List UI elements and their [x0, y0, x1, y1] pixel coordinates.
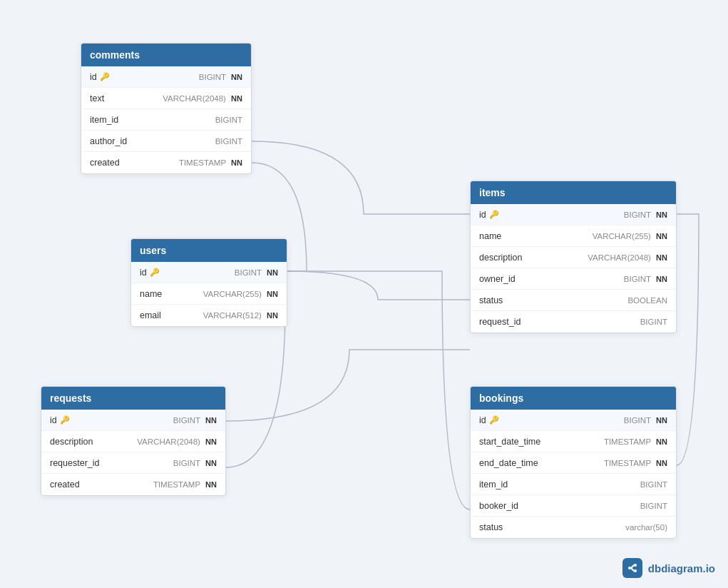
- table-row: created TIMESTAMP NN: [41, 474, 225, 495]
- table-row: id 🔑 BIGINT NN: [131, 262, 287, 283]
- table-row: request_id BIGINT: [471, 311, 676, 333]
- table-row: text VARCHAR(2048) NN: [81, 88, 251, 109]
- table-comments: comments id 🔑 BIGINT NN text VARCHAR(204…: [81, 43, 252, 174]
- table-row: start_date_time TIMESTAMP NN: [471, 431, 676, 452]
- table-row: name VARCHAR(255) NN: [131, 283, 287, 305]
- table-row: id 🔑 BIGINT NN: [81, 66, 251, 88]
- table-row: booker_id BIGINT: [471, 495, 676, 517]
- table-row: owner_id BIGINT NN: [471, 268, 676, 290]
- table-row: item_id BIGINT: [471, 474, 676, 495]
- table-users: users id 🔑 BIGINT NN name VARCHAR(255) N…: [130, 238, 287, 327]
- table-row: status BOOLEAN: [471, 290, 676, 311]
- brand-label: dbdiagram.io: [648, 562, 715, 574]
- table-row: description VARCHAR(2048) NN: [41, 431, 225, 452]
- table-items: items id 🔑 BIGINT NN name VARCHAR(255) N…: [470, 181, 677, 333]
- brand: dbdiagram.io: [622, 558, 715, 578]
- key-icon: 🔑: [60, 415, 70, 425]
- table-header-requests: requests: [41, 387, 225, 410]
- table-row: id 🔑 BIGINT NN: [41, 410, 225, 431]
- table-row: email VARCHAR(512) NN: [131, 305, 287, 326]
- table-header-items: items: [471, 181, 676, 204]
- table-row: end_date_time TIMESTAMP NN: [471, 452, 676, 474]
- diagram-canvas: comments id 🔑 BIGINT NN text VARCHAR(204…: [0, 0, 728, 588]
- table-row: requester_id BIGINT NN: [41, 452, 225, 474]
- table-row: author_id BIGINT: [81, 131, 251, 152]
- table-row: created TIMESTAMP NN: [81, 152, 251, 173]
- table-header-users: users: [131, 239, 287, 262]
- table-row: name VARCHAR(255) NN: [471, 225, 676, 247]
- table-row: id 🔑 BIGINT NN: [471, 204, 676, 225]
- table-header-bookings: bookings: [471, 387, 676, 410]
- key-icon: 🔑: [150, 268, 160, 277]
- key-icon: 🔑: [100, 72, 110, 81]
- table-row: status varchar(50): [471, 517, 676, 538]
- table-bookings: bookings id 🔑 BIGINT NN start_date_time …: [470, 386, 677, 539]
- table-row: description VARCHAR(2048) NN: [471, 247, 676, 268]
- key-icon: 🔑: [489, 210, 499, 219]
- brand-icon: [622, 558, 642, 578]
- key-icon: 🔑: [489, 415, 499, 425]
- table-requests: requests id 🔑 BIGINT NN description VARC…: [41, 386, 226, 496]
- table-row: item_id BIGINT: [81, 109, 251, 131]
- table-header-comments: comments: [81, 44, 251, 66]
- table-row: id 🔑 BIGINT NN: [471, 410, 676, 431]
